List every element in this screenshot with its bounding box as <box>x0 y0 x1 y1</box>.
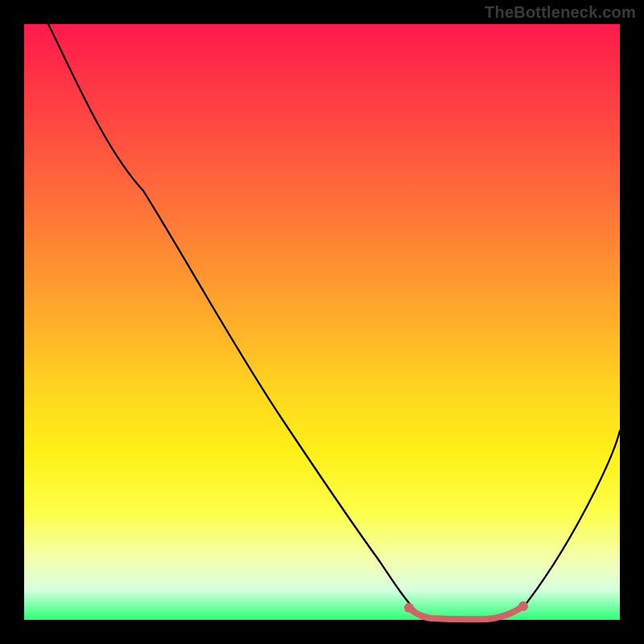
optimal-range-end-dot <box>518 601 528 611</box>
plot-area <box>24 24 620 620</box>
optimal-range-highlight <box>409 606 523 619</box>
watermark-text: TheBottleneck.com <box>485 3 636 22</box>
optimal-range-start-dot <box>404 603 414 613</box>
bottleneck-curve-line <box>48 24 620 620</box>
curve-svg <box>24 24 620 620</box>
chart-canvas: TheBottleneck.com <box>0 0 644 644</box>
